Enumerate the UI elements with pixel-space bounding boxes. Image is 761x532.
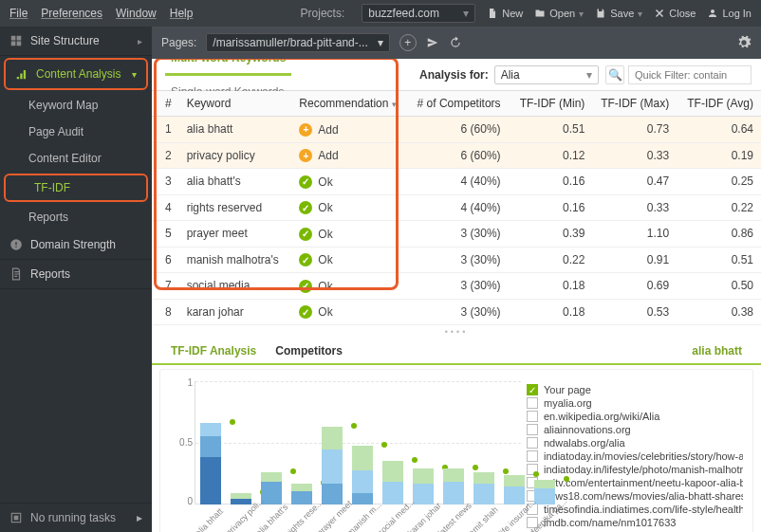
analysis-select[interactable]: Alia (494, 65, 599, 84)
legend-item[interactable]: ndtv.com/entertainment/neetu-kapoor-alia… (527, 476, 743, 489)
refresh-icon[interactable] (449, 36, 462, 49)
sidebar: Site Structure▸ Content Analysis▾ Keywor… (0, 27, 152, 532)
chart-canvas: 10.50 alia bhattprivacy poli...alia bhat… (174, 377, 521, 529)
table-row[interactable]: 5prayer meet✓Ok3 (30%)0.391.100.86 (152, 221, 761, 248)
projects-label: Projects: (301, 7, 345, 20)
search-icon[interactable]: 🔍 (605, 65, 624, 84)
tab-competitors[interactable]: Competitors (266, 339, 352, 363)
tab-multiword[interactable]: Multi-word Keywords (165, 59, 291, 76)
settings-icon[interactable] (736, 35, 752, 50)
topbar: File Preferences Window Help Projects: b… (0, 0, 761, 27)
menu-preferences[interactable]: Preferences (41, 7, 102, 20)
sidebar-page-audit[interactable]: Page Audit (0, 119, 152, 145)
sidebar-content-analysis[interactable]: Content Analysis▾ (6, 60, 146, 88)
chart-title: alia bhatt (692, 344, 752, 358)
legend-item[interactable]: indiatoday.in/movies/celebrities/story/h… (527, 449, 743, 463)
drag-handle[interactable]: •••• (152, 325, 761, 339)
table-row[interactable]: 6manish malhotra's✓Ok3 (30%)0.220.910.51 (152, 247, 761, 273)
table-row[interactable]: 1alia bhatt+Add6 (60%)0.510.730.64 (152, 117, 761, 143)
sidebar-keyword-map[interactable]: Keyword Map (0, 92, 152, 119)
sidebar-reports[interactable]: Reports (0, 260, 152, 289)
legend-item[interactable]: ndwalabs.org/alia (527, 436, 743, 449)
sidebar-site-structure[interactable]: Site Structure▸ (0, 27, 152, 56)
sidebar-content-editor[interactable]: Content Editor (0, 145, 152, 172)
pages-label: Pages: (161, 36, 196, 49)
bottom-tabs: TF-IDF Analysis Competitors alia bhatt (152, 339, 761, 365)
close-button[interactable]: Close (654, 8, 696, 19)
tab-tfidf-analysis[interactable]: TF-IDF Analysis (161, 339, 266, 363)
menu-help[interactable]: Help (170, 7, 194, 20)
new-button[interactable]: New (487, 8, 523, 19)
add-page-icon[interactable]: + (399, 34, 417, 51)
share-icon[interactable] (426, 36, 439, 49)
pages-select[interactable]: /marissamuller/brad-pitt-and-... (206, 33, 389, 52)
legend-item[interactable]: myalia.org (527, 396, 743, 410)
quick-filter-input[interactable] (628, 65, 752, 84)
legend-your-page[interactable]: ✓Your page (527, 383, 743, 396)
table-row[interactable]: 2privacy policy+Add6 (60%)0.120.330.19 (152, 142, 761, 169)
col-tfidf-avg[interactable]: TF-IDF (Avg) (677, 91, 761, 117)
save-button[interactable]: Save (595, 8, 642, 19)
col-competitors[interactable]: # of Competitors (404, 91, 508, 117)
sidebar-reports-ca[interactable]: Reports (0, 204, 152, 230)
sidebar-domain-strength[interactable]: Domain Strength (0, 230, 152, 260)
analysis-label: Analysis for: (419, 68, 489, 82)
table-row[interactable]: 7social media✓Ok3 (30%)0.180.690.50 (152, 273, 761, 300)
login-button[interactable]: Log In (707, 8, 752, 19)
legend-item[interactable]: aliainnovations.org (527, 423, 743, 436)
table-row[interactable]: 4rights reserved✓Ok4 (40%)0.160.330.22 (152, 194, 761, 221)
col-tfidf-min[interactable]: TF-IDF (Min) (509, 91, 593, 117)
menu-file[interactable]: File (9, 7, 28, 20)
legend-item[interactable]: indiatoday.in/lifestyle/photo/manish-mal… (527, 463, 743, 476)
projects-select[interactable]: buzzfeed.com (362, 4, 475, 23)
legend-item[interactable]: en.wikipedia.org/wiki/Alia (527, 410, 743, 423)
col-index[interactable]: # (152, 91, 179, 117)
keywords-table: # Keyword Recommendation # of Competitor… (152, 91, 761, 325)
menu-window[interactable]: Window (116, 7, 157, 20)
pages-bar: Pages: /marissamuller/brad-pitt-and-... … (152, 27, 761, 59)
keyword-header: Multi-word Keywords Single-word Keywords… (152, 59, 761, 91)
open-button[interactable]: Open (534, 8, 584, 19)
sidebar-tfidf[interactable]: TF-IDF (6, 177, 146, 198)
table-row[interactable]: 8karan johar✓Ok3 (30%)0.180.530.38 (152, 299, 761, 325)
sidebar-footer-tasks[interactable]: No running tasks ▸ (0, 503, 152, 532)
table-row[interactable]: 3alia bhatt's✓Ok4 (40%)0.160.470.25 (152, 169, 761, 195)
svg-rect-1 (14, 516, 19, 521)
col-recommendation[interactable]: Recommendation (291, 91, 404, 117)
legend-item[interactable]: imdb.com/name/nm1017633 (527, 516, 743, 529)
col-keyword[interactable]: Keyword (179, 91, 292, 117)
col-tfidf-max[interactable]: TF-IDF (Max) (592, 91, 677, 117)
chart-panel: 10.50 alia bhattprivacy poli...alia bhat… (159, 369, 753, 532)
